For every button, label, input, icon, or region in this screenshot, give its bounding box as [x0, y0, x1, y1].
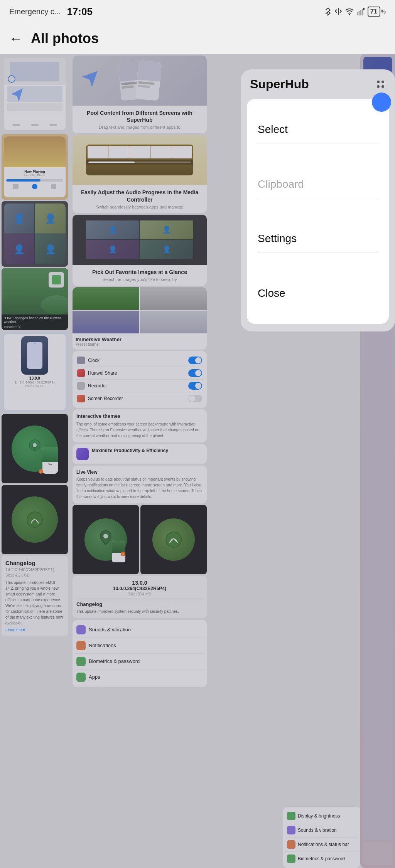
close-menu-item[interactable]: Close — [247, 279, 389, 307]
header: ← All photos — [0, 23, 395, 54]
status-icons: 71 % — [324, 7, 386, 17]
dot-2 — [381, 81, 384, 83]
superhub-title: SuperHub — [250, 77, 309, 91]
settings-menu-item[interactable]: Settings — [247, 225, 389, 252]
wifi-icon — [345, 8, 354, 15]
battery-display: 71 % — [368, 7, 386, 17]
dot-4 — [381, 85, 384, 88]
page-title: All photos — [31, 30, 99, 47]
select-menu-item[interactable]: Select — [247, 116, 389, 143]
status-time: 17:05 — [67, 6, 93, 18]
superhub-dots-menu[interactable] — [375, 79, 386, 89]
clipboard-menu-item[interactable]: Clipboard — [247, 170, 389, 198]
superhub-popup: SuperHub Select Clipboard Settings Close — [241, 69, 395, 331]
svg-rect-3 — [360, 10, 361, 15]
content-area: Now Playing Learning Piano 👤 — [0, 54, 395, 868]
status-bar: Emergency c... 17:05 71 % — [0, 0, 395, 23]
superhub-menu-card: Select Clipboard Settings Close — [247, 99, 389, 324]
svg-rect-1 — [357, 12, 358, 15]
dot-3 — [377, 85, 380, 88]
svg-point-0 — [349, 14, 350, 15]
signal-icon — [357, 8, 365, 15]
superhub-header: SuperHub — [247, 77, 389, 91]
mute-icon — [334, 7, 342, 16]
back-button[interactable]: ← — [9, 30, 23, 47]
emergency-text: Emergency c... — [9, 7, 61, 16]
svg-rect-2 — [358, 11, 360, 15]
blue-accent-circle — [372, 93, 391, 112]
dot-1 — [377, 81, 380, 83]
bluetooth-icon — [324, 7, 331, 16]
